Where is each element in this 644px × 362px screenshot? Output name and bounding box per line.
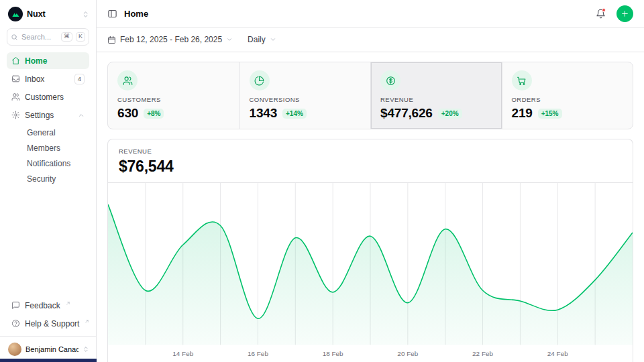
inbox-count-badge: 4 bbox=[74, 74, 85, 84]
notification-dot bbox=[602, 8, 606, 12]
revenue-chart-card: REVENUE $76,544 14 Feb16 Feb18 Feb20 Feb… bbox=[107, 139, 633, 362]
settings-submenu: General Members Notifications Security bbox=[7, 125, 89, 186]
users-icon bbox=[117, 70, 138, 90]
stats-row: CUSTOMERS 630 +8% CONVERSIONS 1343 +14% bbox=[107, 62, 633, 129]
chevron-up-icon bbox=[78, 112, 85, 119]
sidebar-footer-nav: Feedback Help & Support bbox=[0, 297, 96, 336]
stat-label: CONVERSIONS bbox=[250, 96, 362, 103]
sidebar: Nuxt Search... ⌘ K Home bbox=[0, 0, 97, 362]
inbox-icon bbox=[11, 74, 20, 83]
sidebar-item-label: Customers bbox=[25, 93, 64, 102]
chevron-down-icon bbox=[226, 36, 233, 43]
question-circle-icon bbox=[11, 319, 20, 328]
header-actions bbox=[596, 5, 633, 22]
stat-value: $477,626 bbox=[380, 106, 433, 121]
stat-delta-badge: +14% bbox=[282, 109, 307, 119]
sidebar-item-members[interactable]: Members bbox=[7, 140, 89, 156]
sidebar-item-inbox[interactable]: Inbox 4 bbox=[7, 70, 89, 87]
date-range-picker[interactable]: Feb 12, 2025 - Feb 26, 2025 bbox=[107, 35, 233, 44]
sidebar-item-home[interactable]: Home bbox=[7, 52, 89, 69]
kbd-key: K bbox=[76, 32, 85, 42]
sidebar-item-label: Settings bbox=[25, 111, 54, 120]
filter-toolbar: Feb 12, 2025 - Feb 26, 2025 Daily bbox=[97, 27, 644, 52]
stat-card-revenue[interactable]: REVENUE $477,626 +20% bbox=[370, 62, 502, 129]
add-button[interactable] bbox=[616, 5, 633, 22]
svg-text:16 Feb: 16 Feb bbox=[248, 350, 269, 357]
kbd-meta: ⌘ bbox=[61, 32, 72, 42]
chevron-up-down-icon bbox=[82, 11, 89, 18]
stat-delta-badge: +20% bbox=[438, 109, 462, 119]
sidebar-item-feedback[interactable]: Feedback bbox=[7, 297, 89, 314]
avatar bbox=[8, 343, 21, 356]
sidebar-item-label: Help & Support bbox=[25, 319, 79, 328]
sidebar-item-label: Inbox bbox=[25, 74, 44, 84]
svg-text:20 Feb: 20 Feb bbox=[397, 350, 419, 357]
date-range-label: Feb 12, 2025 - Feb 26, 2025 bbox=[120, 35, 222, 44]
sidebar-item-label: Notifications bbox=[27, 159, 70, 168]
app-window: Nuxt Search... ⌘ K Home bbox=[0, 0, 644, 362]
workspace-name: Nuxt bbox=[27, 9, 78, 19]
pie-chart-icon bbox=[250, 70, 270, 90]
stat-label: REVENUE bbox=[380, 96, 492, 103]
sidebar-item-notifications[interactable]: Notifications bbox=[7, 156, 89, 171]
user-name: Benjamin Canac bbox=[25, 345, 78, 353]
external-link-icon bbox=[85, 319, 89, 324]
sidebar-spacer bbox=[0, 186, 96, 297]
search-placeholder: Search... bbox=[21, 33, 58, 41]
sidebar-item-label: General bbox=[27, 128, 56, 137]
sidebar-nav: Home Inbox 4 Customers Settings bbox=[0, 52, 96, 186]
stat-value: 630 bbox=[117, 106, 138, 121]
chart-xticks: 14 Feb16 Feb18 Feb20 Feb22 Feb24 Feb bbox=[172, 350, 568, 357]
home-icon bbox=[11, 56, 20, 65]
svg-text:22 Feb: 22 Feb bbox=[472, 350, 494, 357]
search-input[interactable]: Search... ⌘ K bbox=[7, 28, 89, 46]
main-panel: Home Feb 12, 2025 - Feb 26, 2025 bbox=[97, 0, 644, 362]
stat-value: 219 bbox=[512, 106, 533, 121]
svg-text:24 Feb: 24 Feb bbox=[547, 350, 569, 357]
sidebar-item-label: Feedback bbox=[25, 301, 60, 310]
sidebar-item-label: Members bbox=[27, 143, 60, 153]
granularity-label: Daily bbox=[248, 35, 266, 44]
users-icon bbox=[11, 93, 20, 101]
notifications-button[interactable] bbox=[596, 9, 606, 19]
external-link-icon bbox=[66, 301, 70, 306]
dashboard-content: CUSTOMERS 630 +8% CONVERSIONS 1343 +14% bbox=[97, 52, 644, 362]
chevron-down-icon bbox=[270, 36, 276, 43]
svg-text:18 Feb: 18 Feb bbox=[323, 350, 344, 357]
svg-text:14 Feb: 14 Feb bbox=[172, 350, 194, 357]
stat-delta-badge: +15% bbox=[538, 109, 562, 119]
stat-card-conversions[interactable]: CONVERSIONS 1343 +14% bbox=[239, 62, 371, 129]
page-title: Home bbox=[124, 9, 148, 19]
search-icon bbox=[11, 34, 18, 41]
sidebar-item-settings[interactable]: Settings bbox=[7, 107, 89, 123]
cart-icon bbox=[512, 70, 532, 90]
revenue-chart-header: REVENUE $76,544 bbox=[108, 139, 633, 183]
sidebar-item-label: Home bbox=[25, 56, 47, 66]
gear-icon bbox=[11, 111, 20, 119]
sidebar-item-general[interactable]: General bbox=[7, 125, 89, 140]
stat-value: 1343 bbox=[250, 106, 278, 121]
sidebar-item-label: Security bbox=[27, 174, 56, 184]
stat-label: ORDERS bbox=[512, 96, 624, 103]
calendar-icon bbox=[107, 36, 116, 44]
chart-total-value: $76,544 bbox=[119, 158, 622, 176]
chart-title: REVENUE bbox=[119, 147, 622, 155]
page-header: Home bbox=[97, 0, 644, 27]
stat-label: CUSTOMERS bbox=[117, 96, 230, 103]
granularity-select[interactable]: Daily bbox=[248, 35, 276, 44]
stat-delta-badge: +8% bbox=[144, 109, 164, 119]
sidebar-item-customers[interactable]: Customers bbox=[7, 88, 89, 105]
window-bottom-edge bbox=[0, 359, 97, 362]
stat-card-orders[interactable]: ORDERS 219 +15% bbox=[502, 62, 633, 129]
workspace-switcher[interactable]: Nuxt bbox=[0, 0, 96, 27]
chat-bubble-icon bbox=[11, 301, 20, 310]
chevron-up-down-icon bbox=[83, 346, 89, 353]
sidebar-toggle-button[interactable] bbox=[107, 9, 117, 19]
stat-card-customers[interactable]: CUSTOMERS 630 +8% bbox=[108, 62, 239, 129]
dollar-circle-icon bbox=[380, 70, 400, 90]
revenue-chart[interactable]: 14 Feb16 Feb18 Feb20 Feb22 Feb24 Feb bbox=[108, 183, 633, 362]
sidebar-item-help-support[interactable]: Help & Support bbox=[7, 315, 89, 332]
nuxt-logo-icon bbox=[8, 7, 23, 21]
sidebar-item-security[interactable]: Security bbox=[7, 171, 89, 186]
